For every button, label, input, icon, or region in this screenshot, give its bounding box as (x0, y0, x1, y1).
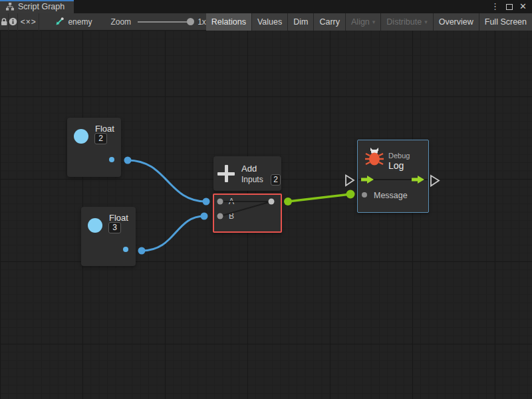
wire-float1-to-add-a[interactable] (128, 160, 206, 201)
graph-hierarchy-icon (5, 2, 15, 11)
inputs-label: Inputs (241, 175, 263, 184)
zoom-control: Zoom 1x (110, 17, 205, 27)
port-b-label: B (229, 211, 234, 221)
graph-asset-name: enemy (68, 17, 92, 27)
flow-out-triangle-icon[interactable] (431, 176, 439, 186)
menu-dots-icon[interactable]: ⋮ (491, 0, 499, 13)
toolbar-toggle-group: Relations Values Dim Carry Align ▾ Distr… (206, 13, 532, 31)
carry-button[interactable]: Carry (314, 13, 345, 31)
message-port-label: Message (374, 191, 408, 200)
tab-script-graph[interactable]: Script Graph (0, 0, 74, 13)
distribute-dropdown-button[interactable]: Distribute ▾ (381, 13, 432, 31)
float-value-input[interactable]: 3 (108, 222, 121, 233)
align-dropdown-button[interactable]: Align ▾ (346, 13, 380, 31)
graph-asset-reference[interactable]: enemy (55, 17, 92, 27)
node-add-ports-selected[interactable]: A B (213, 194, 282, 233)
wire-endpoint-dot[interactable] (138, 247, 146, 255)
node-debug-log[interactable]: Debug Log Message (357, 140, 429, 213)
info-icon (9, 17, 17, 26)
info-button[interactable] (9, 13, 18, 31)
node-title: Float (95, 124, 114, 134)
values-button[interactable]: Values (252, 13, 287, 31)
zoom-label: Zoom (110, 17, 131, 27)
node-title: Add (241, 164, 257, 174)
tab-bar: Script Graph ⋮ ✕ (0, 0, 532, 13)
wire-endpoint-dot[interactable] (203, 198, 210, 205)
float-type-icon (88, 218, 102, 233)
window-controls: ⋮ ✕ (491, 0, 532, 13)
wire-endpoint-dot[interactable] (124, 157, 132, 164)
wire-endpoint-dot[interactable] (284, 198, 292, 205)
tab-title: Script Graph (18, 2, 65, 11)
active-tab-accent (0, 0, 74, 1)
wire-endpoint-dot[interactable] (201, 213, 208, 220)
port-a-label: A (229, 197, 234, 206)
zoom-value: 1x (198, 17, 206, 27)
lock-icon (0, 17, 8, 26)
zoom-slider[interactable] (138, 21, 191, 23)
code-inspector-button[interactable]: <×> (18, 13, 39, 31)
wire-float2-to-add-b[interactable] (142, 216, 204, 251)
lock-button[interactable] (0, 13, 9, 31)
full-screen-button[interactable]: Full Screen (479, 13, 532, 31)
wire-endpoint-dot[interactable] (346, 190, 355, 199)
flow-in-triangle-icon[interactable] (346, 176, 354, 186)
bug-icon (364, 148, 384, 166)
node-float-1[interactable]: Float 2 (67, 118, 121, 177)
add-plus-icon (217, 165, 235, 182)
zoom-slider-handle[interactable] (187, 18, 194, 25)
node-title: Float (109, 213, 128, 223)
node-add-header[interactable]: Add Inputs 2 (213, 156, 281, 191)
node-category: Debug (388, 152, 410, 160)
node-title: Log (388, 160, 404, 171)
script-graph-asset-icon (55, 17, 64, 26)
float-type-icon (74, 129, 88, 144)
float-value-input[interactable]: 2 (94, 133, 107, 144)
relations-button[interactable]: Relations (206, 13, 251, 31)
dim-button[interactable]: Dim (288, 13, 313, 31)
close-icon[interactable]: ✕ (519, 0, 527, 13)
maximize-icon[interactable] (506, 4, 513, 10)
wire-add-to-message[interactable] (288, 194, 350, 201)
overview-button[interactable]: Overview (434, 13, 479, 31)
chevron-down-icon: ▾ (424, 19, 428, 25)
node-float-2[interactable]: Float 3 (81, 207, 136, 266)
script-graph-window: Script Graph ⋮ ✕ <×> (0, 0, 532, 399)
graph-toolbar: <×> enemy Zoom 1x Relations Values Dim C… (0, 13, 532, 31)
graph-canvas[interactable]: Float 2 Float 3 Add Inputs 2 A B (0, 31, 532, 399)
chevron-down-icon: ▾ (372, 19, 376, 25)
inputs-count-input[interactable]: 2 (271, 174, 281, 186)
